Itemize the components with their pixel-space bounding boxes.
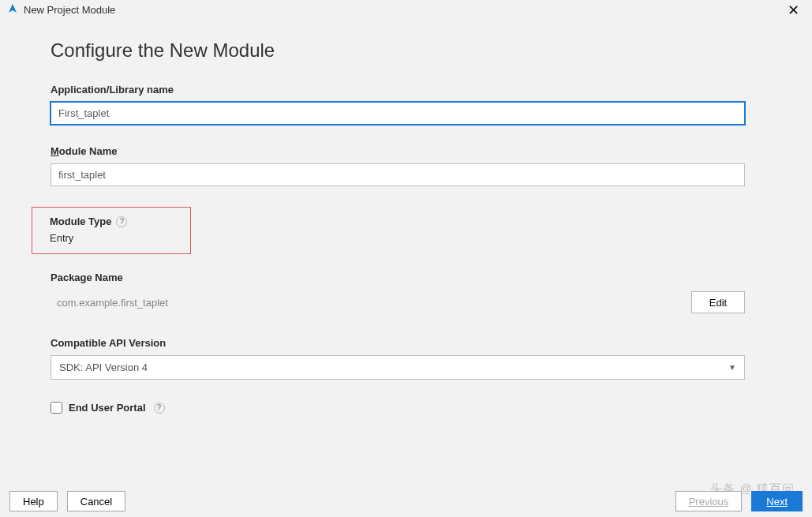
api-version-selected: SDK: API Version 4	[59, 362, 148, 373]
api-version-select[interactable]: SDK: API Version 4 ▼	[51, 355, 745, 380]
close-button[interactable]: ✕	[783, 2, 804, 19]
field-end-user-portal: End User Portal ?	[51, 402, 745, 414]
app-logo-icon	[6, 4, 19, 17]
page-heading: Configure the New Module	[51, 39, 745, 62]
edit-package-button[interactable]: Edit	[691, 291, 745, 313]
help-button[interactable]: Help	[9, 491, 58, 511]
module-type-label: Module Type ?	[50, 215, 173, 227]
help-icon[interactable]: ?	[116, 216, 127, 227]
module-name-label: Module Name	[51, 145, 745, 157]
field-module-name: Module Name	[51, 145, 745, 186]
footer-bar: Help Cancel Previous Next	[0, 485, 812, 517]
field-application-library-name: Application/Library name	[51, 84, 745, 125]
package-name-label: Package Name	[51, 272, 745, 283]
window-title: New Project Module	[24, 4, 115, 16]
app-lib-name-label: Application/Library name	[51, 84, 745, 96]
field-module-type: Module Type ? Entry	[32, 207, 191, 254]
end-user-portal-label: End User Portal	[69, 402, 146, 414]
title-bar: New Project Module	[0, 0, 812, 17]
api-version-label: Compatible API Version	[51, 337, 745, 349]
cancel-button[interactable]: Cancel	[67, 491, 125, 511]
next-button[interactable]: Next	[751, 491, 803, 511]
previous-button[interactable]: Previous	[675, 491, 743, 511]
field-api-version: Compatible API Version SDK: API Version …	[51, 337, 745, 380]
help-icon[interactable]: ?	[154, 403, 165, 414]
field-package-name: Package Name com.example.first_taplet Ed…	[51, 272, 745, 313]
module-type-value: Entry	[50, 232, 173, 244]
end-user-portal-checkbox[interactable]	[51, 402, 62, 414]
module-name-input[interactable]	[51, 163, 745, 186]
app-lib-name-input[interactable]	[51, 102, 745, 125]
package-name-value: com.example.first_taplet	[51, 297, 168, 309]
main-content: Configure the New Module Application/Lib…	[51, 39, 745, 414]
chevron-down-icon: ▼	[728, 363, 736, 372]
